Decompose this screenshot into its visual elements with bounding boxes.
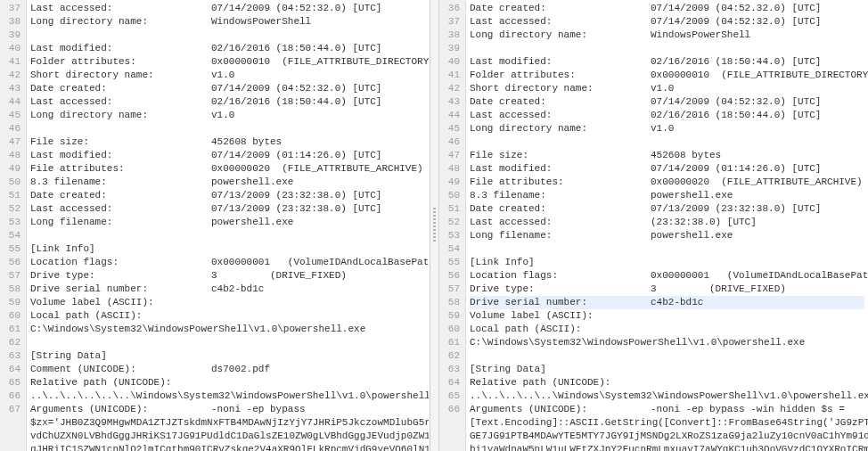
splitter-grip-icon — [433, 208, 436, 243]
line-number: 55 — [0, 242, 20, 256]
code-line: Short directory name: v1.0 — [470, 82, 864, 95]
code-value: 07/14/2009 (04:52:32.0) [UTC] — [182, 3, 381, 13]
line-number: 62 — [0, 336, 20, 349]
code-value: 0x00000001 (VolumeIDAndLocalBasePath) — [621, 270, 868, 281]
code-value: -noni -ep bypass -win hidden $s = — [621, 404, 845, 414]
code-value: 02/16/2016 (18:50:44.0) [UTC] — [621, 56, 821, 67]
line-number: 41 — [439, 69, 460, 82]
code-key: Local path (ASCII): — [470, 324, 581, 334]
line-number: 52 — [0, 202, 20, 216]
line-number: 42 — [0, 69, 20, 82]
code-line: File size: 452608 bytes — [470, 149, 864, 162]
code-key: [String Data] — [470, 364, 546, 374]
line-number: 36 — [439, 2, 460, 15]
line-number: 67 — [0, 403, 20, 416]
code-key: Last accessed: — [30, 95, 182, 109]
code-key: File attributes: — [470, 176, 621, 189]
code-line: Folder attributes: 0x00000010 (FILE_ATTR… — [30, 55, 425, 69]
code-value: 3 (DRIVE_FIXED) — [621, 283, 786, 294]
code-line: Last modified: 02/16/2016 (18:50:44.0) [… — [470, 55, 864, 69]
code-key: Location flags: — [470, 269, 621, 283]
line-number-continuation — [0, 416, 20, 430]
code-line — [470, 135, 864, 149]
splitter[interactable] — [430, 0, 439, 451]
code-key: Arguments (UNICODE): — [470, 403, 621, 416]
code-key: Volume label (ASCII): — [470, 310, 594, 321]
line-number: 51 — [439, 202, 460, 216]
code-value: WindowsPowerShell — [182, 16, 311, 27]
code-key: Relative path (UNICODE): — [30, 377, 171, 388]
code-key: Long directory name: — [470, 29, 621, 42]
code-value: powershell.exe — [182, 217, 293, 227]
line-number: 50 — [439, 189, 460, 202]
code-line: [Text.Encoding]::ASCII.GetString([Conver… — [470, 416, 864, 430]
line-number: 40 — [439, 55, 460, 69]
code-value: 02/16/2016 (18:50:44.0) [UTC] — [182, 96, 381, 107]
code-key: [Link Info] — [30, 243, 95, 254]
code-line: Last accessed: 02/16/2016 (18:50:44.0) [… — [30, 95, 425, 109]
line-number: 49 — [0, 162, 20, 176]
right-pane: 3637383940414243444546474849505152535455… — [439, 0, 868, 451]
code-line: [String Data] — [470, 363, 864, 376]
line-number: 49 — [439, 176, 460, 189]
code-line — [30, 122, 425, 135]
line-number: 50 — [0, 176, 20, 189]
code-key: Date created: — [470, 95, 621, 109]
code-key: Folder attributes: — [30, 55, 182, 69]
code-line: C:\Windows\System32\WindowsPowerShell\v1… — [30, 323, 425, 336]
left-text[interactable]: Last accessed: 07/14/2009 (04:52:32.0) [… — [27, 0, 429, 451]
code-key: Date created: — [470, 202, 621, 216]
code-line: 8.3 filename: powershell.exe — [470, 189, 864, 202]
code-value: 0x00000010 (FILE_ATTRIBUTE_DIRECTORY) — [182, 56, 429, 67]
code-key: File size: — [30, 135, 182, 149]
code-line: Drive serial number: c4b2-bd1c — [30, 283, 425, 296]
code-line: Long filename: powershell.exe — [30, 216, 425, 229]
line-number: 53 — [439, 229, 460, 242]
code-line: Drive type: 3 (DRIVE_FIXED) — [470, 283, 864, 296]
code-key: Date created: — [470, 2, 621, 15]
code-key: Drive serial number: — [30, 283, 182, 296]
code-line: 8.3 filename: powershell.exe — [30, 176, 425, 189]
line-number: 43 — [0, 82, 20, 95]
code-line: Long directory name: v1.0 — [30, 109, 425, 122]
code-line: Drive type: 3 (DRIVE_FIXED) — [30, 269, 425, 283]
line-number: 37 — [0, 2, 20, 15]
code-key: Relative path (UNICODE): — [470, 377, 610, 388]
line-number: 56 — [0, 256, 20, 269]
line-number: 37 — [439, 15, 460, 29]
right-text[interactable]: Date created: 07/14/2009 (04:52.32.0) [U… — [466, 0, 868, 451]
code-line: Date created: 07/14/2009 (04:52:32.0) [U… — [30, 82, 425, 95]
code-line: Last accessed: (23:32:38.0) [UTC] — [470, 216, 864, 229]
code-line: Date created: 07/13/2009 (23:32:38.0) [U… — [30, 189, 425, 202]
code-line — [30, 29, 425, 42]
code-line: Folder attributes: 0x00000010 (FILE_ATTR… — [470, 69, 864, 82]
code-key: Folder attributes: — [470, 69, 621, 82]
code-key: Long directory name: — [470, 122, 621, 135]
line-number: 66 — [439, 403, 460, 416]
line-number: 45 — [0, 109, 20, 122]
code-value: 07/14/2009 (01:14:26.0) [UTC] — [621, 163, 821, 174]
code-value: 07/14/2009 (04:52:32.0) [UTC] — [621, 16, 821, 27]
line-number: 60 — [0, 309, 20, 323]
code-value: 0x00000010 (FILE_ATTRIBUTE_DIRECTORY) — [621, 70, 868, 80]
code-value: 07/13/2009 (23:32:38.0) [UTC] — [182, 190, 381, 201]
line-number: 53 — [0, 216, 20, 229]
code-line: Short directory name: v1.0 — [30, 69, 425, 82]
line-number: 66 — [0, 390, 20, 403]
line-number: 63 — [439, 363, 460, 376]
code-line: Volume label (ASCII): — [30, 296, 425, 309]
line-number: 55 — [439, 256, 460, 269]
line-number: 62 — [439, 349, 460, 363]
line-number: 54 — [439, 242, 460, 256]
line-number: 57 — [0, 269, 20, 283]
code-line: File attributes: 0x00000020 (FILE_ATTRIB… — [30, 162, 425, 176]
code-value: powershell.exe — [182, 176, 293, 187]
code-line: Local path (ASCII): — [470, 323, 864, 336]
line-number: 59 — [439, 309, 460, 323]
code-line — [30, 336, 425, 349]
code-value: 07/13/2009 (23:32:38.0) [UTC] — [182, 203, 381, 214]
code-value: c4b2-bd1c — [621, 297, 703, 308]
line-number: 58 — [0, 283, 20, 296]
code-value: 07/13/2009 (23:32:38.0) [UTC] — [621, 203, 821, 214]
code-key: Arguments (UNICODE): — [30, 403, 182, 416]
